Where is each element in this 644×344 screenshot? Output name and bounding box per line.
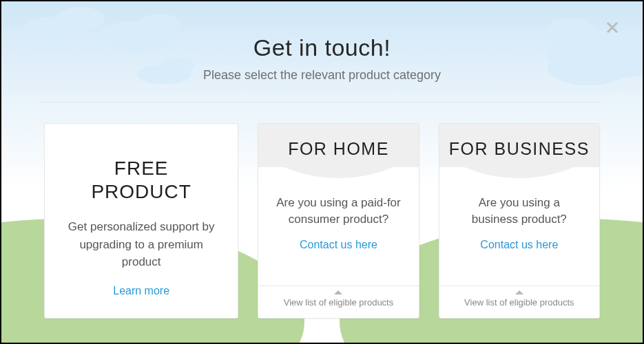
- card-header-arc: [439, 167, 599, 178]
- eligible-products-label: View list of eligible products: [284, 297, 393, 308]
- card-description: Are you using a business product?: [456, 195, 583, 228]
- eligible-products-toggle[interactable]: View list of eligible products: [258, 286, 418, 318]
- card-header-arc: [258, 167, 418, 178]
- page-title: Get in touch!: [1, 34, 643, 61]
- card-title: FREE PRODUCT: [61, 157, 221, 203]
- eligible-products-label: View list of eligible products: [464, 297, 574, 308]
- close-button[interactable]: [603, 18, 622, 37]
- card-body: Are you using a paid-for consumer produc…: [258, 178, 418, 286]
- card-for-business: FOR BUSINESS Are you using a business pr…: [439, 123, 600, 319]
- learn-more-link[interactable]: Learn more: [61, 285, 221, 297]
- cards-row: FREE PRODUCT Get personalized support by…: [1, 103, 643, 319]
- contact-us-link[interactable]: Contact us here: [300, 239, 377, 251]
- main-content: Get in touch! Please select the relevant…: [1, 1, 643, 343]
- eligible-products-toggle[interactable]: View list of eligible products: [439, 286, 599, 318]
- card-description: Are you using a paid-for consumer produc…: [275, 195, 402, 228]
- chevron-up-icon: [334, 290, 342, 294]
- close-icon: [606, 21, 619, 34]
- card-header: FOR HOME: [258, 124, 418, 167]
- card-description: Get personalized support by upgrading to…: [61, 218, 221, 271]
- card-header: FOR BUSINESS: [439, 124, 599, 167]
- card-free-product: FREE PRODUCT Get personalized support by…: [44, 123, 238, 319]
- contact-us-link[interactable]: Contact us here: [480, 239, 558, 251]
- card-body: Are you using a business product? Contac…: [439, 178, 599, 286]
- card-title: FOR BUSINESS: [446, 139, 592, 159]
- card-title: FOR HOME: [265, 139, 411, 159]
- chevron-up-icon: [515, 290, 523, 294]
- card-for-home: FOR HOME Are you using a paid-for consum…: [258, 123, 419, 319]
- page-subtitle: Please select the relevant product categ…: [1, 68, 643, 83]
